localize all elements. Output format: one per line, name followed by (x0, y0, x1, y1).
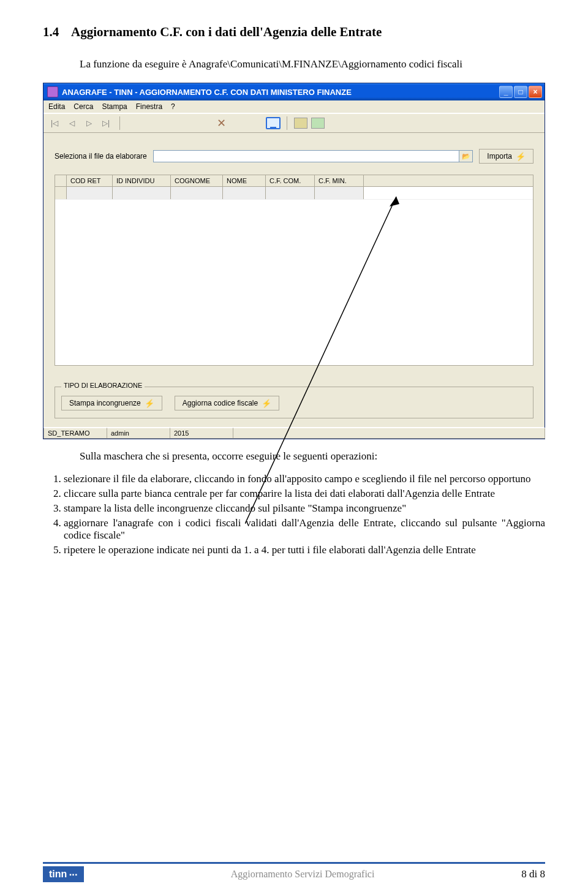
menu-finestra[interactable]: Finestra (136, 102, 162, 111)
nav-last-icon[interactable]: ▷| (99, 116, 113, 130)
section-number: 1.4 (43, 25, 59, 39)
print-icon[interactable] (293, 116, 308, 130)
title-bar: ANAGRAFE - TINN - AGGIORNAMENTO C.F. CON… (43, 83, 545, 100)
file-label: Seleziona il file da elaborare (55, 152, 147, 161)
group-legend: TIPO DI ELABORAZIONE (61, 382, 145, 389)
app-icon (47, 86, 58, 97)
col-id-individu[interactable]: ID INDIVIDU (113, 175, 171, 186)
step-5: ripetere le operazione indicate nei punt… (64, 544, 545, 556)
status-year: 2015 (170, 428, 233, 439)
col-cf-min[interactable]: C.F. MIN. (315, 175, 364, 186)
col-cod-ret[interactable]: COD RET (67, 175, 113, 186)
nav-next-icon[interactable]: ▷ (81, 116, 96, 130)
toolbar-separator (119, 116, 120, 130)
section-title: Aggiornamento C.F. con i dati dell'Agenz… (71, 25, 382, 39)
footer-page: 8 di 8 (521, 868, 545, 880)
data-grid[interactable]: COD RET ID INDIVIDU COGNOME NOME C.F. CO… (55, 175, 533, 366)
col-cf-com[interactable]: C.F. COM. (266, 175, 315, 186)
menu-stampa[interactable]: Stampa (102, 102, 127, 111)
status-bar: SD_TERAMO admin 2015 (43, 427, 545, 439)
print-alt-icon[interactable] (311, 116, 325, 130)
col-nome[interactable]: NOME (223, 175, 266, 186)
step-1: selezionare il file da elaborare, clicca… (64, 473, 545, 485)
importa-button[interactable]: Importa ⚡ (479, 149, 533, 164)
step-3: stampare la lista delle incongruenze cli… (64, 502, 545, 515)
aggiorna-cf-label: Aggiorna codice fiscale (183, 399, 258, 407)
app-window: ANAGRAFE - TINN - AGGIORNAMENTO C.F. CON… (43, 83, 545, 439)
status-user: admin (107, 428, 170, 439)
bolt-icon: ⚡ (145, 399, 154, 408)
toolbar-separator (287, 116, 287, 130)
maximize-button[interactable]: □ (514, 86, 527, 98)
minimize-button[interactable]: _ (499, 86, 513, 98)
stampa-incongruenze-button[interactable]: Stampa incongruenze ⚡ (61, 396, 162, 410)
operations-intro: Sulla maschera che si presenta, occorre … (80, 450, 545, 463)
footer-brand: tinn (49, 869, 67, 880)
window-title: ANAGRAFE - TINN - AGGIORNAMENTO C.F. CON… (62, 88, 499, 97)
intro-path: La funzione da eseguire è Anagrafe\Comun… (80, 58, 545, 70)
nav-prev-icon[interactable]: ◁ (64, 116, 79, 130)
status-db: SD_TERAMO (43, 428, 107, 439)
menu-help[interactable]: ? (171, 102, 175, 111)
aggiorna-cf-button[interactable]: Aggiorna codice fiscale ⚡ (175, 396, 279, 410)
menu-bar: Edita Cerca Stampa Finestra ? (43, 100, 545, 113)
menu-edita[interactable]: Edita (48, 102, 65, 111)
footer-logo: tinn ▪▪▪ (43, 866, 84, 882)
step-2: cliccare sulla parte bianca centrale per… (64, 488, 545, 500)
importa-label: Importa (487, 152, 512, 161)
grid-header: COD RET ID INDIVIDU COGNOME NOME C.F. CO… (55, 175, 533, 187)
col-cognome[interactable]: COGNOME (171, 175, 223, 186)
delete-icon[interactable]: ✕ (214, 116, 228, 130)
toolbar: |◁ ◁ ▷ ▷| ✕ (43, 113, 545, 133)
steps-list: selezionare il file da elaborare, clicca… (49, 473, 545, 556)
nav-first-icon[interactable]: |◁ (47, 116, 62, 130)
file-input[interactable] (153, 150, 460, 162)
step-4: aggiornare l'anagrafe con i codici fisca… (64, 517, 545, 542)
status-spacer (233, 428, 545, 439)
menu-cerca[interactable]: Cerca (74, 102, 93, 111)
bolt-icon: ⚡ (516, 152, 526, 161)
footer-center: Aggiornamento Servizi Demografici (84, 869, 521, 880)
monitor-icon[interactable] (266, 116, 281, 130)
elaboration-group: TIPO DI ELABORAZIONE Stampa incongruenze… (55, 387, 533, 418)
browse-button[interactable]: 📂 (459, 150, 473, 162)
page-footer: tinn ▪▪▪ Aggiornamento Servizi Demografi… (0, 862, 588, 882)
stampa-incongruenze-label: Stampa incongruenze (69, 399, 141, 407)
grid-row-empty[interactable] (55, 187, 533, 200)
section-heading: 1.4 Aggiornamento C.F. con i dati dell'A… (43, 25, 545, 40)
bolt-icon: ⚡ (262, 399, 271, 408)
close-button[interactable]: × (529, 86, 542, 98)
